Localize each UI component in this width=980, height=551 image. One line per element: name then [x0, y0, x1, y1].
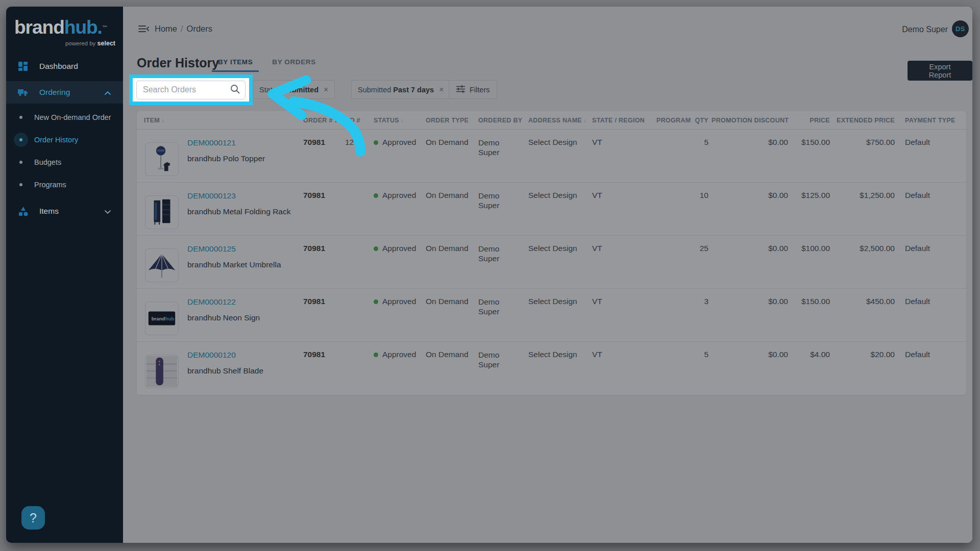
question-mark-icon: ? — [30, 511, 37, 525]
sidebar-menu: Dashboard Ordering New On-demand Order O… — [6, 55, 123, 222]
bullet-icon — [19, 116, 22, 119]
sidebar: brandhub.™ powered by select Dashboard O… — [6, 7, 123, 543]
sidebar-item-items[interactable]: Items — [6, 200, 123, 222]
dashboard-icon — [18, 61, 28, 71]
sidebar-item-new-on-demand-order[interactable]: New On-demand Order — [6, 106, 123, 129]
search-orders-input[interactable] — [143, 85, 230, 94]
sidebar-item-label: Programs — [34, 181, 66, 189]
main-content: Home/Orders Demo Super DS Order History … — [123, 7, 972, 543]
sidebar-item-label: Ordering — [39, 88, 70, 97]
chevron-down-icon — [105, 207, 111, 216]
logo-tagline: powered by select — [13, 38, 115, 47]
logo-tm: ™ — [102, 24, 107, 30]
search-orders-box — [136, 81, 246, 99]
chevron-up-icon — [105, 88, 111, 97]
search-icon — [230, 84, 240, 96]
sidebar-item-label: New On-demand Order — [34, 113, 111, 121]
app-window: brandhub.™ powered by select Dashboard O… — [6, 7, 972, 543]
sidebar-item-label: Dashboard — [39, 62, 78, 71]
bullet-icon — [19, 161, 22, 164]
sidebar-item-budgets[interactable]: Budgets — [6, 151, 123, 173]
help-button[interactable]: ? — [21, 506, 45, 530]
sidebar-item-ordering[interactable]: Ordering — [6, 81, 123, 104]
logo-hub: hub. — [64, 17, 102, 38]
sidebar-item-programs[interactable]: Programs — [6, 173, 123, 196]
brandhub-logo: brandhub.™ — [6, 7, 123, 37]
bullet-icon — [19, 183, 22, 186]
truck-icon — [18, 87, 28, 97]
bullet-icon — [19, 138, 22, 141]
category-shapes-icon — [18, 206, 28, 216]
sidebar-item-label: Items — [39, 207, 59, 216]
logo-brand: brand — [14, 17, 64, 38]
sidebar-item-order-history[interactable]: Order History — [6, 129, 123, 151]
tutorial-spotlight — [129, 74, 253, 105]
sidebar-item-label: Order History — [34, 136, 78, 144]
sidebar-item-dashboard[interactable]: Dashboard — [6, 55, 123, 78]
sidebar-item-label: Budgets — [34, 158, 61, 166]
